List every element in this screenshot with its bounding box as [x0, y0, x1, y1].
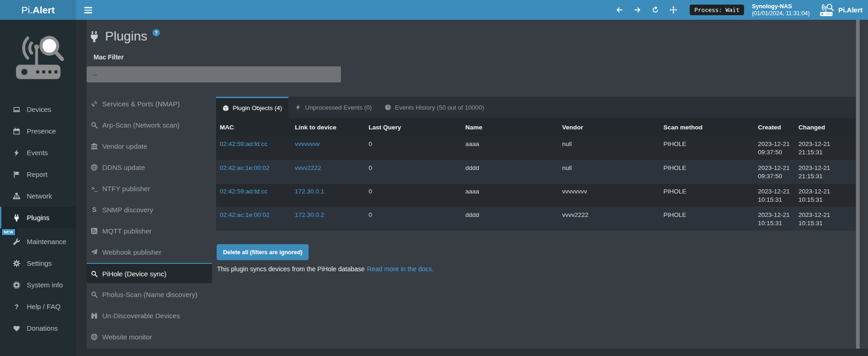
sidebar-item-network[interactable]: Network	[0, 185, 76, 207]
sidebar-item-settings[interactable]: Settings	[0, 252, 76, 274]
mac-link[interactable]: 02:42:59:ad:fd:cc	[220, 140, 268, 147]
device-link[interactable]: 172.30.0.2	[295, 211, 324, 218]
cell-changed: 2023-12-2121:15:31	[795, 160, 856, 183]
tab-events-history-50-out-of-10000[interactable]: Events History (50 out of 10000)	[378, 97, 491, 118]
mac-link[interactable]: 02:42:ac:1e:00:02	[220, 211, 270, 218]
scrollbar-thumb[interactable]	[856, 20, 860, 349]
sidebar-item-label: Donations	[27, 324, 58, 332]
sidebar-item-label: Devices	[27, 105, 51, 113]
arrow-left-icon	[616, 6, 623, 14]
sidebar-item-system-info[interactable]: System info	[0, 274, 76, 296]
plugin-nav-item-mqtt-publisher[interactable]: MQTT publisher	[87, 221, 212, 241]
help-badge[interactable]: ?	[152, 29, 160, 36]
globe-icon	[90, 164, 98, 171]
sidebar-item-donations[interactable]: Donations	[0, 317, 76, 339]
calendar-icon	[12, 128, 21, 135]
tab-plugin-objects-4[interactable]: Plugin Objects (4)	[216, 97, 288, 118]
cell-scan-method: PIHOLE	[660, 136, 754, 160]
search-icon	[90, 122, 98, 128]
sidebar-item-presence[interactable]: Presence	[0, 120, 76, 142]
plugin-nav-item-services-ports-nmap[interactable]: Services & Ports (NMAP)	[87, 93, 212, 114]
device-link[interactable]: vvvv2222	[295, 164, 321, 171]
tab-label: Plugin Objects (4)	[233, 105, 282, 111]
sidebar-toggle-button[interactable]	[82, 5, 94, 16]
mac-filter-label: Mac Filter	[94, 53, 123, 61]
plugin-panel: Plugin Objects (4)Unprocessed Events (0)…	[216, 97, 856, 313]
back-button[interactable]	[616, 6, 623, 14]
sidebar-item-devices[interactable]: Devices	[0, 99, 76, 120]
globe-icon	[90, 333, 98, 340]
mac-link[interactable]: 02:42:ac:1e:00:02	[220, 164, 270, 171]
heart-icon	[12, 325, 21, 332]
table-row: 02:42:ac:1e:00:02vvvv22220ddddnullPIHOLE…	[216, 160, 856, 183]
cell-vendor: vvvv2222	[558, 207, 660, 230]
plugin-nav-item-website-monitor[interactable]: Website monitor	[87, 327, 212, 347]
cell-vendor: vvvvvvvv	[558, 183, 660, 207]
page-title: Plugins	[105, 27, 147, 46]
plug-icon	[12, 214, 21, 222]
footer-strip	[76, 349, 868, 356]
plug-icon	[88, 27, 100, 42]
sitemap-icon	[12, 193, 21, 200]
plugin-nav-label: Webhook publisher	[102, 248, 161, 256]
column-header-name: Name	[462, 118, 558, 136]
plugin-nav-label: DDNS update	[102, 163, 145, 171]
forward-button[interactable]	[633, 6, 641, 14]
plugin-nav-item-pholus-scan-name-discovery[interactable]: Pholus-Scan (Name discovery)	[87, 284, 212, 304]
cell-created: 2023-12-2110:15:31	[754, 183, 795, 207]
host-info: Synology-NAS (01/01/2024, 11:31:04)	[752, 3, 810, 17]
rss-icon	[90, 228, 98, 234]
plugin-nav: Services & Ports (NMAP)Arp-Scan (Network…	[87, 93, 212, 348]
chip-icon	[12, 281, 21, 289]
app-logo[interactable]: Pi.Alert	[0, 0, 76, 20]
plugin-nav-item-arp-scan-network-scan[interactable]: Arp-Scan (Network scan)	[87, 115, 212, 135]
sidebar-item-events[interactable]: Events	[0, 142, 76, 163]
table-header-row: MACLink to deviceLast QueryNameVendorSca…	[216, 118, 856, 136]
plugin-nav-label: SNMP discovery	[102, 206, 153, 214]
app-name-label: Pi.Alert	[838, 6, 862, 14]
plugin-nav-item-webhook-publisher[interactable]: Webhook publisher	[87, 242, 212, 262]
clock-icon	[385, 104, 391, 111]
mac-filter-input[interactable]	[87, 66, 341, 82]
sidebar-item-plugins[interactable]: Plugins	[0, 207, 76, 228]
device-link[interactable]: vvvvvvvv	[295, 140, 320, 147]
host-name: Synology-NAS	[752, 3, 810, 10]
sidebar-item-label: Settings	[27, 259, 52, 267]
sidebar-item-report[interactable]: Report	[0, 163, 76, 185]
refresh-button[interactable]	[651, 6, 659, 14]
cell-link: vvvvvvvv	[291, 136, 365, 160]
cell-mac: 02:42:59:ad:fd:cc	[216, 136, 291, 160]
plugin-nav-item-vendor-update[interactable]: Vendor update	[87, 136, 212, 156]
plugin-nav-item-un-discoverable-devices[interactable]: Un-Discoverable Devices	[87, 305, 212, 326]
device-link[interactable]: 172.30.0.1	[295, 188, 324, 195]
plugin-nav-item-snmp-discovery[interactable]: SSNMP discovery	[87, 199, 212, 220]
delete-all-button[interactable]: Delete all (filters are ignored)	[217, 244, 309, 260]
cell-changed: 2023-12-2110:15:31	[795, 207, 856, 230]
pialert-logo	[10, 34, 66, 82]
column-header-mac: MAC	[216, 118, 291, 136]
plugin-nav-item-ntfy-publisher[interactable]: >_NTFY publisher	[87, 178, 212, 198]
table-row: 02:42:59:ad:fd:ccvvvvvvvv0aaaanullPIHOLE…	[216, 136, 856, 160]
cell-mac: 02:42:ac:1e:00:02	[216, 207, 291, 230]
sidebar-item-label: Help / FAQ	[27, 303, 60, 310]
plugin-nav-label: NTFY publisher	[102, 185, 150, 193]
cell-scan-method: PIHOLE	[660, 183, 754, 207]
tab-unprocessed-events-0[interactable]: Unprocessed Events (0)	[288, 97, 378, 118]
mac-link[interactable]: 02:42:59:ad:fd:cc	[220, 188, 268, 195]
sidebar-item-label: Presence	[27, 127, 56, 135]
sidebar-item-help-faq[interactable]: ?Help / FAQ	[0, 296, 76, 317]
docs-link[interactable]: Read more in the docs.	[367, 265, 434, 273]
sidebar-item-label: Plugins	[27, 214, 49, 222]
plugin-nav-item-ddns-update[interactable]: DDNS update	[87, 157, 212, 177]
content-area: Plugins ? Mac Filter Services & Ports (N…	[87, 20, 868, 356]
cell-name: aaaa	[462, 183, 558, 207]
arrow-right-icon	[633, 6, 641, 14]
column-header-changed: Changed	[795, 118, 856, 136]
letter-s-icon: S	[90, 206, 98, 213]
sidebar-item-maintenance[interactable]: MaintenanceNEW	[0, 231, 76, 252]
cell-last-query: 0	[365, 207, 462, 230]
sidebar-menu: DevicesPresenceEventsReportNetworkPlugin…	[0, 99, 76, 339]
move-button[interactable]	[669, 6, 677, 14]
cell-scan-method: PIHOLE	[660, 160, 754, 183]
plugin-nav-item-pihole-device-sync[interactable]: PiHole (Device sync)	[87, 263, 212, 283]
